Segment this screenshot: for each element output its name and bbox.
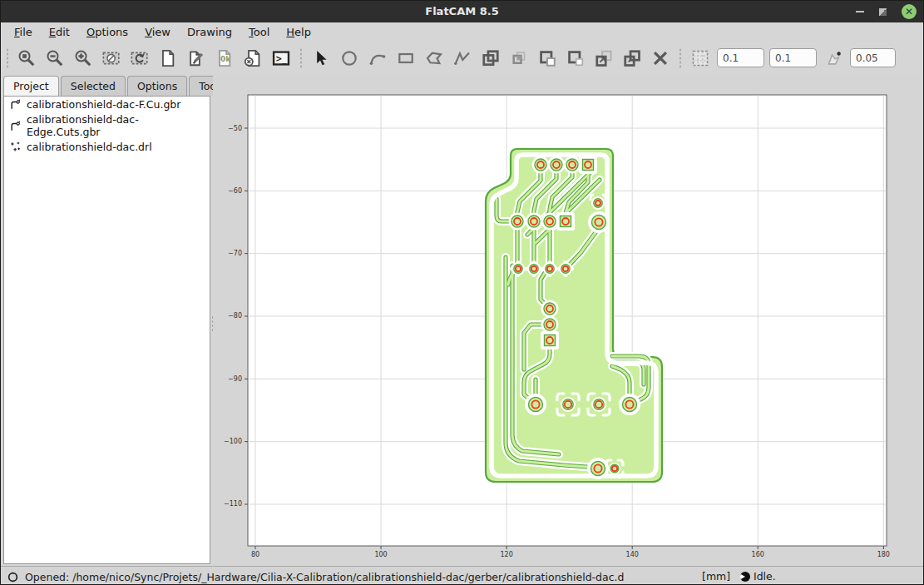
tab-options[interactable]: Options bbox=[127, 76, 187, 96]
project-item[interactable]: calibrationshield-dac-Edge.Cuts.gbr bbox=[4, 112, 210, 139]
svg-text:−110: −110 bbox=[224, 500, 242, 508]
grid-icon bbox=[691, 49, 709, 67]
grid-y-input[interactable] bbox=[769, 48, 817, 67]
draw-arc-button[interactable] bbox=[363, 45, 392, 72]
delete-x-icon bbox=[651, 49, 670, 67]
move-object-button[interactable] bbox=[590, 45, 618, 72]
project-item-label: calibrationshield-dac-F.Cu.gbr bbox=[27, 98, 180, 111]
project-item-label: calibrationshield-dac-Edge.Cuts.gbr bbox=[27, 113, 206, 138]
svg-text:80: 80 bbox=[251, 551, 259, 558]
arc-icon bbox=[368, 49, 387, 67]
delete-shape-button[interactable] bbox=[646, 45, 674, 72]
intersection-icon bbox=[510, 49, 528, 67]
open-recent-button[interactable] bbox=[182, 45, 210, 72]
file-delete-icon bbox=[244, 49, 262, 67]
save-project-button[interactable]: 0k bbox=[210, 45, 239, 72]
snap-max-input[interactable] bbox=[850, 48, 896, 67]
units-indicator: [mm] bbox=[702, 570, 730, 583]
draw-path-button[interactable] bbox=[448, 45, 477, 72]
pointer-tool-button[interactable] bbox=[307, 45, 335, 72]
toolbar-separator bbox=[299, 47, 303, 69]
status-message: Opened: /home/nico/Sync/Projets/_Hardwar… bbox=[25, 571, 624, 583]
status-bar: Opened: /home/nico/Sync/Projets/_Hardwar… bbox=[1, 566, 923, 585]
svg-text:−70: −70 bbox=[228, 250, 242, 257]
corner-snap-toggle[interactable] bbox=[819, 45, 847, 72]
toolbar: 0k >_ bbox=[1, 42, 923, 74]
project-item-label: calibrationshield-dac.drl bbox=[27, 141, 152, 153]
title-bar[interactable]: FlatCAM 8.5 ✕ bbox=[1, 1, 923, 22]
left-tab-bar: ProjectSelectedOptionsTool bbox=[3, 76, 230, 96]
flatcam-window: FlatCAM 8.5 ✕ FileEditOptionsViewDrawing… bbox=[0, 0, 924, 585]
svg-text:>_: >_ bbox=[275, 53, 286, 63]
command-line-button[interactable]: >_ bbox=[267, 45, 295, 72]
file-ok-icon: 0k bbox=[215, 49, 234, 67]
svg-text:−60: −60 bbox=[228, 187, 242, 195]
intersection-button[interactable] bbox=[505, 45, 533, 72]
svg-text:180: 180 bbox=[877, 551, 890, 558]
clear-plot-button[interactable] bbox=[97, 45, 126, 72]
maximize-button[interactable] bbox=[879, 8, 887, 16]
menu-options[interactable]: Options bbox=[78, 24, 136, 40]
menu-help[interactable]: Help bbox=[278, 24, 319, 40]
copy-object-button[interactable] bbox=[618, 45, 646, 72]
new-project-button[interactable] bbox=[154, 45, 182, 72]
svg-text:−80: −80 bbox=[228, 312, 242, 320]
pointer-icon bbox=[312, 49, 330, 67]
svg-text:160: 160 bbox=[752, 551, 764, 558]
menu-file[interactable]: File bbox=[6, 24, 41, 40]
draw-rectangle-button[interactable] bbox=[392, 45, 420, 72]
project-item[interactable]: calibrationshield-dac-F.Cu.gbr bbox=[4, 97, 210, 112]
cut-path-button[interactable] bbox=[561, 45, 590, 72]
menu-drawing[interactable]: Drawing bbox=[179, 24, 240, 40]
window-title: FlatCAM 8.5 bbox=[1, 5, 923, 17]
circle-icon bbox=[340, 49, 358, 67]
replot-button[interactable] bbox=[126, 45, 154, 72]
activity-indicator-icon bbox=[739, 571, 751, 583]
svg-text:140: 140 bbox=[626, 551, 639, 558]
gerber-icon bbox=[9, 120, 22, 132]
grid-x-input[interactable] bbox=[717, 48, 764, 67]
svg-text:0k: 0k bbox=[220, 55, 231, 63]
plot-canvas[interactable]: 80100120140160180−50−60−70−80−90−100−110 bbox=[213, 74, 924, 566]
union-icon bbox=[482, 49, 500, 67]
gerber-icon bbox=[9, 98, 22, 111]
svg-text:−100: −100 bbox=[224, 438, 242, 445]
delete-object-button[interactable] bbox=[239, 45, 267, 72]
zoom-in-button[interactable] bbox=[69, 45, 97, 72]
polygon-icon bbox=[425, 49, 443, 67]
terminal-icon: >_ bbox=[272, 49, 290, 67]
new-file-icon bbox=[159, 49, 177, 67]
draw-polygon-button[interactable] bbox=[420, 45, 448, 72]
path-icon bbox=[453, 49, 472, 67]
zoom-fit-icon bbox=[17, 49, 36, 67]
tab-selected[interactable]: Selected bbox=[61, 76, 126, 96]
subtract-button[interactable] bbox=[533, 45, 561, 72]
toolbar-drag-handle[interactable] bbox=[6, 47, 9, 69]
status-state: Idle. bbox=[754, 570, 776, 583]
svg-text:−90: −90 bbox=[228, 375, 242, 383]
union-button[interactable] bbox=[477, 45, 505, 72]
project-item[interactable]: calibrationshield-dac.drl bbox=[4, 139, 210, 154]
clear-plot-icon bbox=[102, 49, 121, 67]
zoom-fit-button[interactable] bbox=[12, 45, 41, 72]
draw-circle-button[interactable] bbox=[335, 45, 363, 72]
menu-edit[interactable]: Edit bbox=[41, 24, 78, 40]
menu-view[interactable]: View bbox=[136, 24, 179, 40]
grid-snap-toggle[interactable] bbox=[686, 45, 714, 72]
menu-tool[interactable]: Tool bbox=[240, 24, 278, 40]
move-icon bbox=[595, 49, 613, 67]
corner-snap-icon bbox=[824, 49, 842, 67]
zoom-in-icon bbox=[74, 49, 92, 67]
plot-figure[interactable]: 80100120140160180−50−60−70−80−90−100−110 bbox=[223, 92, 920, 563]
svg-text:120: 120 bbox=[500, 551, 512, 558]
tab-project[interactable]: Project bbox=[3, 76, 59, 96]
toolbar-separator bbox=[679, 47, 682, 69]
cut-path-icon bbox=[566, 49, 585, 67]
zoom-out-button[interactable] bbox=[41, 45, 69, 72]
project-panel: calibrationshield-dac-F.Cu.gbrcalibratio… bbox=[3, 96, 210, 564]
rectangle-icon bbox=[397, 49, 415, 67]
zoom-out-icon bbox=[46, 49, 64, 67]
minimize-button[interactable] bbox=[856, 11, 864, 12]
subtract-icon bbox=[538, 49, 556, 67]
close-button[interactable]: ✕ bbox=[902, 4, 917, 19]
